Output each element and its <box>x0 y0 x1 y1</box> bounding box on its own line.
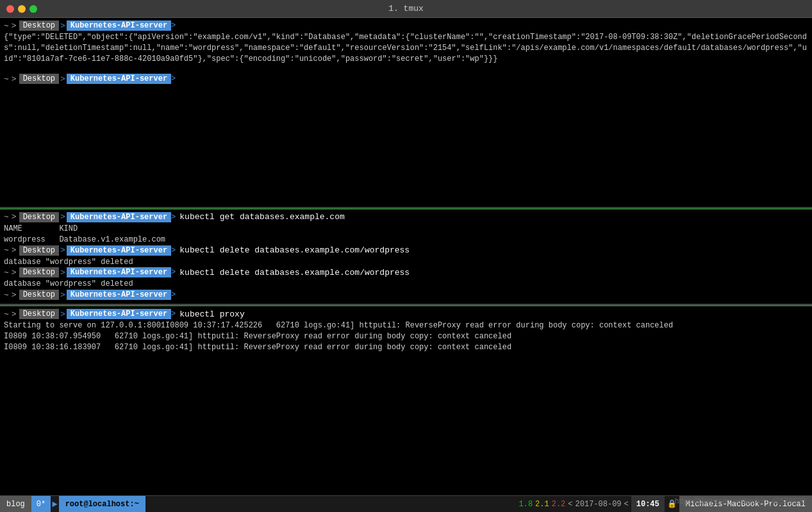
middle-prompt-1: ~ > Desktop > Kubernetes-API-server > ku… <box>4 212 808 222</box>
arrow-b1: > <box>12 310 17 319</box>
bottom-pane[interactable]: ~ > Desktop > Kubernetes-API-server > ku… <box>0 306 812 495</box>
top-prompt-line-2: ~ > Desktop > Kubernetes-API-server > <box>4 74 808 84</box>
arrow-m3: > <box>12 268 17 277</box>
cmd-m2: kubectl delete databases.example.com/wor… <box>179 245 410 255</box>
cmd-m3: kubectl delete databases.example.com/wor… <box>179 268 410 277</box>
title-bar: 1. tmux <box>0 0 812 18</box>
middle-prompt-2: ~ > Desktop > Kubernetes-API-server > ku… <box>4 245 808 256</box>
arrow-seg-2: > <box>60 74 65 84</box>
out-m1: NAME KIND <box>4 224 808 235</box>
arrow-m2: > <box>12 245 17 255</box>
arrow-seg-b1: > <box>60 310 65 319</box>
status-blog: blog <box>0 496 31 512</box>
chevron-b1: > <box>171 310 176 318</box>
top-output: {"type":"DELETED","object":{"apiVersion"… <box>4 32 808 64</box>
terminal-container: ~ > Desktop > Kubernetes-API-server > {"… <box>0 18 812 512</box>
chevron-1: > <box>171 21 176 30</box>
arrow-m4: > <box>12 290 17 300</box>
tilde-1: ~ <box>4 21 9 31</box>
seg-k8s-m4: Kubernetes-API-server <box>67 290 171 300</box>
seg-k8s-m2: Kubernetes-API-server <box>67 245 171 256</box>
cmd-m1: kubectl get databases.example.com <box>179 212 344 222</box>
close-button[interactable] <box>6 5 14 13</box>
chevron-m1: > <box>171 213 176 222</box>
arrow-2: > <box>12 74 17 84</box>
seg-desktop-m4: Desktop <box>19 290 59 300</box>
cmd-b1: kubectl proxy <box>179 310 244 319</box>
chevron-m3: > <box>171 268 176 277</box>
window-title: 1. tmux <box>388 4 424 13</box>
window-controls <box>6 5 37 13</box>
middle-prompt-3: ~ > Desktop > Kubernetes-API-server > ku… <box>4 267 808 277</box>
bottom-out-2: I0809 10:38:07.954950 62710 logs.go:41] … <box>4 331 808 342</box>
tilde-m2: ~ <box>4 245 9 255</box>
version-2: 2.1 <box>535 500 549 509</box>
arrow-seg-m2: > <box>60 245 65 255</box>
top-prompt-line: ~ > Desktop > Kubernetes-API-server > <box>4 21 808 31</box>
segment-desktop-1: Desktop <box>19 21 59 31</box>
segment-k8s-2: Kubernetes-API-server <box>67 74 171 84</box>
out-m2: wordpress Database.v1.example.com <box>4 235 808 245</box>
bottom-prompt: ~ > Desktop > Kubernetes-API-server > ku… <box>4 309 808 319</box>
seg-desktop-m2: Desktop <box>19 245 59 256</box>
chevron-m4: > <box>171 290 176 299</box>
segment-desktop-2: Desktop <box>19 74 59 84</box>
watermark: https://blog.csdn.net/weixin_42538690 <box>675 497 806 506</box>
arrow-seg-1: > <box>60 21 65 31</box>
chevron-m2: > <box>171 246 176 255</box>
maximize-button[interactable] <box>29 5 37 13</box>
tilde-m4: ~ <box>4 290 9 300</box>
arrow-left-2: < <box>624 500 629 509</box>
seg-k8s-b1: Kubernetes-API-server <box>67 309 171 319</box>
seg-desktop-m1: Desktop <box>19 212 59 222</box>
middle-pane[interactable]: ~ > Desktop > Kubernetes-API-server > ku… <box>0 210 812 305</box>
bottom-out-1: Starting to serve on 127.0.0.1:8001I0809… <box>4 320 808 331</box>
arrow-seg-m1: > <box>60 212 65 222</box>
tilde-b1: ~ <box>4 310 9 319</box>
middle-prompt-empty: ~ > Desktop > Kubernetes-API-server > <box>4 290 808 300</box>
arrow-seg-m4: > <box>60 290 65 300</box>
arrow-left-1: < <box>568 500 572 509</box>
top-pane[interactable]: ~ > Desktop > Kubernetes-API-server > {"… <box>0 18 812 208</box>
status-date: 2017-08-09 <box>576 500 622 509</box>
status-zero-star: 0* <box>31 496 51 512</box>
out-m3: database "wordpress" deleted <box>4 257 808 268</box>
version-1: 1.8 <box>519 500 533 509</box>
seg-k8s-m1: Kubernetes-API-server <box>67 212 171 222</box>
out-m4: database "wordpress" deleted <box>4 279 808 290</box>
status-time: 10:45 <box>631 496 665 512</box>
status-left: blog 0* ► root@localhost:~ <box>0 496 145 512</box>
chevron-2: > <box>171 74 176 83</box>
tilde-2: ~ <box>4 74 9 84</box>
tilde-m1: ~ <box>4 212 9 222</box>
arrow-m1: > <box>12 212 17 222</box>
version-3: 2.2 <box>552 500 566 509</box>
status-prompt: root@localhost:~ <box>59 496 145 512</box>
minimize-button[interactable] <box>18 5 26 13</box>
seg-k8s-m3: Kubernetes-API-server <box>67 267 171 277</box>
bottom-out-3: I0809 10:38:16.183907 62710 logs.go:41] … <box>4 342 808 353</box>
seg-desktop-m3: Desktop <box>19 267 59 277</box>
arrow-seg-m3: > <box>60 268 65 277</box>
arrow-1: > <box>12 21 17 31</box>
seg-desktop-b1: Desktop <box>19 309 59 319</box>
segment-k8s-1: Kubernetes-API-server <box>67 21 171 31</box>
status-arrow-right-icon: ► <box>52 499 57 509</box>
tilde-m3: ~ <box>4 268 9 277</box>
